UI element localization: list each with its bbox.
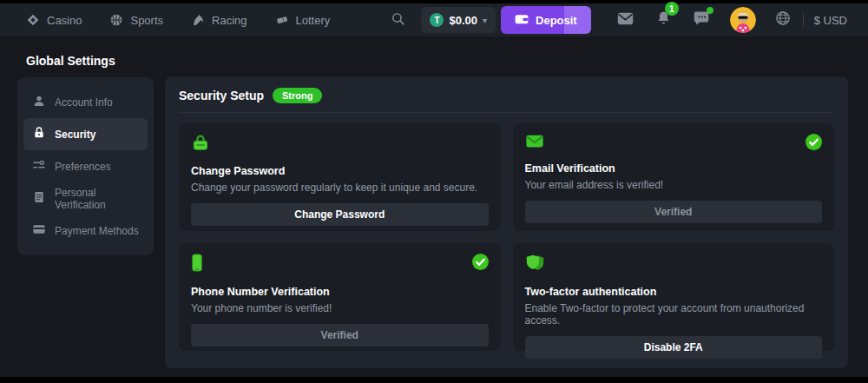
- change-password-card: Change Password Change your password reg…: [179, 123, 501, 231]
- balance-amount: $0.00: [449, 14, 477, 27]
- nav-item-lottery[interactable]: Lottery: [275, 13, 331, 27]
- notification-count-badge: 1: [665, 2, 679, 16]
- messages-button[interactable]: [617, 12, 634, 29]
- sidebar-item-label: Account Info: [55, 96, 113, 109]
- card-description: Your email address is verified!: [525, 179, 823, 191]
- chat-online-dot: [707, 7, 713, 14]
- casino-icon: [26, 13, 40, 27]
- disable-2fa-button[interactable]: Disable 2FA: [525, 336, 823, 359]
- deposit-button[interactable]: Deposit: [501, 6, 591, 34]
- credit-card-icon: [32, 222, 46, 239]
- sidebar-item-label: Security: [55, 129, 95, 141]
- card-description: Enable Two-factor to protect your accoun…: [525, 302, 823, 327]
- envelope-icon: [525, 136, 544, 151]
- page-content: Global Settings Account Info Security Pr…: [0, 36, 868, 377]
- sidebar-item-label: Personal Verification: [55, 187, 139, 211]
- deposit-label: Deposit: [536, 14, 577, 27]
- sidebar-item-personal-verification[interactable]: Personal Verification: [23, 182, 148, 215]
- currency-selector[interactable]: $ USD: [814, 14, 847, 27]
- horse-icon: [191, 13, 205, 27]
- change-password-button[interactable]: Change Password: [191, 203, 489, 226]
- nav-item-label: Sports: [130, 14, 163, 27]
- sliders-icon: [32, 158, 46, 175]
- user-icon: [32, 94, 46, 110]
- email-verification-card: Email Verification Your email address is…: [513, 123, 835, 231]
- sidebar-item-label: Payment Methods: [55, 225, 139, 237]
- panel-title: Security Setup: [179, 89, 264, 102]
- chat-bubble-icon: [694, 10, 709, 30]
- chevron-down-icon: ▾: [483, 16, 487, 25]
- strength-badge: Strong: [273, 88, 322, 103]
- lock-icon: [32, 126, 46, 142]
- nav-item-sports[interactable]: Sports: [109, 13, 163, 27]
- language-button[interactable]: [775, 10, 791, 30]
- phone-verification-card: Phone Number Verification Your phone num…: [179, 243, 501, 351]
- panel-header: Security Setup Strong: [179, 88, 834, 113]
- nav-item-casino[interactable]: Casino: [26, 13, 82, 27]
- globe-icon: [775, 10, 791, 30]
- nav-item-racing[interactable]: Racing: [191, 13, 247, 27]
- sidebar-item-security[interactable]: Security: [23, 118, 148, 150]
- main-nav: Casino Sports Racing Lottery: [26, 13, 330, 27]
- two-factor-card: Two-factor authentication Enable Two-fac…: [513, 243, 835, 351]
- nav-item-label: Racing: [212, 14, 247, 27]
- card-description: Your phone number is verified!: [191, 302, 489, 314]
- email-verified-button[interactable]: Verified: [525, 201, 823, 223]
- sidebar-item-payment-methods[interactable]: Payment Methods: [23, 215, 148, 247]
- security-setup-panel: Security Setup Strong Change Password Ch…: [165, 76, 848, 368]
- settings-sidebar: Account Info Security Preferences Person…: [17, 77, 154, 255]
- nav-item-label: Casino: [47, 14, 82, 27]
- phone-verified-button[interactable]: Verified: [191, 324, 489, 347]
- wallet-icon: [515, 13, 529, 28]
- shield-icon: [525, 260, 545, 274]
- page-title: Global Settings: [26, 54, 115, 68]
- top-navbar: Casino Sports Racing Lottery: [0, 3, 868, 36]
- sidebar-item-preferences[interactable]: Preferences: [23, 150, 148, 182]
- app-window: Casino Sports Racing Lottery: [0, 0, 868, 383]
- search-button[interactable]: [391, 11, 405, 30]
- card-title: Email Verification: [525, 162, 823, 175]
- navbar-actions: T $0.00 ▾ Deposit 1: [391, 6, 847, 34]
- ticket-icon: [275, 13, 289, 27]
- phone-icon: [191, 260, 203, 274]
- notifications-button[interactable]: 1: [656, 10, 671, 30]
- chat-button[interactable]: [694, 10, 709, 30]
- verified-check-icon: [806, 134, 822, 154]
- lock-icon: [191, 139, 210, 154]
- security-cards: Change Password Change your password reg…: [179, 123, 834, 351]
- sidebar-item-label: Preferences: [55, 161, 111, 173]
- card-title: Two-factor authentication: [525, 286, 823, 298]
- basketball-icon: [109, 13, 123, 27]
- search-icon: [391, 11, 405, 30]
- topbar-divider: [803, 13, 804, 27]
- tether-coin-icon: T: [430, 13, 444, 27]
- verified-check-icon: [472, 254, 489, 274]
- card-description: Change your password regularly to keep i…: [191, 182, 489, 194]
- mail-icon: [617, 12, 634, 29]
- card-title: Phone Number Verification: [191, 286, 489, 298]
- card-title: Change Password: [191, 165, 489, 177]
- sidebar-item-account-info[interactable]: Account Info: [23, 86, 148, 118]
- user-avatar[interactable]: [730, 7, 756, 33]
- wallet-balance[interactable]: T $0.00 ▾: [421, 7, 496, 33]
- document-icon: [32, 190, 46, 207]
- nav-item-label: Lottery: [296, 14, 331, 27]
